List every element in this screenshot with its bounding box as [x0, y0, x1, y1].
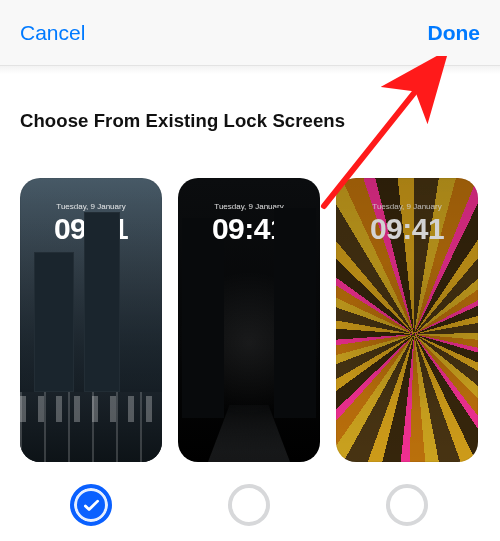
radio-option-2[interactable] [228, 484, 270, 526]
navigation-bar: Cancel Done [0, 0, 500, 66]
lockscreen-option-3[interactable]: Tuesday, 9 January 09:41 [336, 178, 478, 462]
lockscreen-option-1[interactable]: Tuesday, 9 January 09:41 [20, 178, 162, 462]
lockscreen-date: Tuesday, 9 January [178, 202, 320, 211]
cancel-button[interactable]: Cancel [20, 21, 85, 45]
lockscreen-list: Tuesday, 9 January 09:41 Tuesday, 9 Janu… [20, 178, 480, 462]
lockscreen-time: 09:41 [20, 212, 162, 246]
lockscreen-date: Tuesday, 9 January [20, 202, 162, 211]
done-button[interactable]: Done [428, 21, 481, 45]
selection-indicators [20, 484, 480, 526]
lockscreen-time: 09:41 [178, 212, 320, 246]
checkmark-icon [81, 495, 102, 516]
lockscreen-option-2[interactable]: Tuesday, 9 January 09:41 [178, 178, 320, 462]
lockscreen-time: 09:41 [336, 212, 478, 246]
radio-option-1[interactable] [70, 484, 112, 526]
divider [0, 66, 500, 74]
lockscreen-date: Tuesday, 9 January [336, 202, 478, 211]
radio-option-3[interactable] [386, 484, 428, 526]
section-title: Choose From Existing Lock Screens [20, 110, 480, 132]
